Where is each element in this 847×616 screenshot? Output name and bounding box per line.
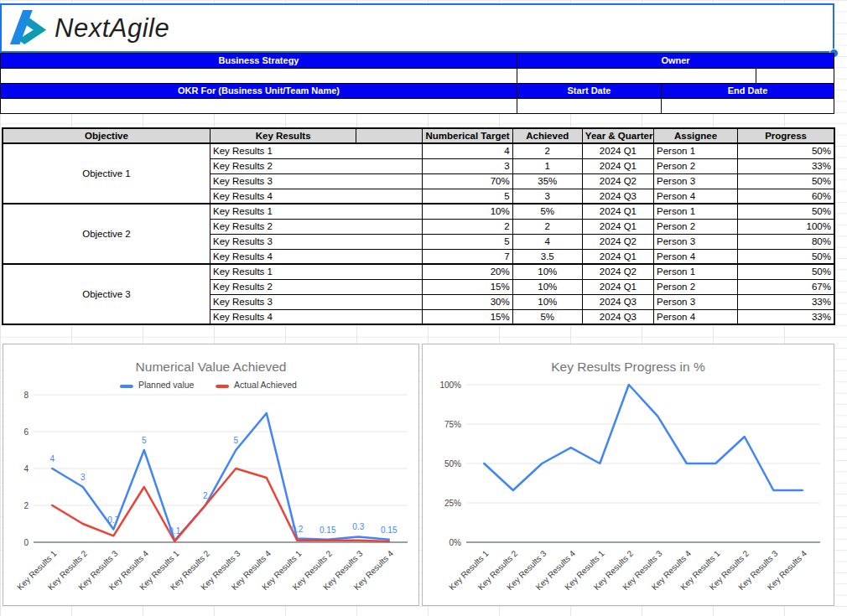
okr-col-header-key-results[interactable]: Key Results	[210, 128, 356, 143]
cell-progress[interactable]: 60%	[738, 189, 834, 204]
cell-key-result[interactable]: Key Results 3	[210, 234, 423, 249]
cell-year-quarter[interactable]: 2024 Q1	[582, 249, 653, 264]
point-label: 0.3	[352, 522, 364, 531]
cell-key-result[interactable]: Key Results 1	[210, 143, 423, 158]
cell-end-date-header[interactable]: End Date	[661, 83, 834, 99]
cell-numerical-target[interactable]: 30%	[423, 294, 512, 309]
cell-owner-header[interactable]: Owner	[517, 53, 834, 69]
cell-key-result[interactable]: Key Results 1	[210, 204, 423, 219]
cell-year-quarter[interactable]: 2024 Q1	[582, 279, 653, 294]
cell-numerical-target[interactable]: 7	[423, 249, 512, 264]
cell-progress[interactable]: 33%	[738, 158, 834, 173]
okr-col-header-achieved[interactable]: Achieved	[512, 128, 582, 143]
cell-year-quarter[interactable]: 2024 Q1	[582, 219, 653, 234]
cell-progress[interactable]: 50%	[738, 264, 834, 279]
cell-achieved[interactable]: 5%	[512, 204, 582, 219]
cell-numerical-target[interactable]: 15%	[423, 279, 512, 294]
okr-col-header-numberical-target[interactable]: Numberical Target	[423, 128, 512, 143]
cell-achieved[interactable]: 10%	[512, 264, 582, 279]
cell-key-result[interactable]: Key Results 3	[210, 294, 423, 309]
cell-owner-extra[interactable]	[756, 68, 834, 84]
cell-progress[interactable]: 100%	[738, 219, 834, 234]
cell-achieved[interactable]: 10%	[512, 294, 582, 309]
cell-numerical-target[interactable]: 15%	[423, 309, 512, 324]
cell-achieved[interactable]: 3.5	[512, 249, 582, 264]
okr-col-header-progress[interactable]: Progress	[738, 128, 834, 143]
cell-end-date-value[interactable]	[661, 98, 834, 114]
cell-business-strategy-value[interactable]	[0, 68, 517, 84]
cell-numerical-target[interactable]: 3	[423, 158, 512, 173]
cell-start-date-header[interactable]: Start Date	[517, 83, 662, 99]
cell-progress[interactable]: 33%	[738, 294, 834, 309]
cell-year-quarter[interactable]: 2024 Q2	[582, 234, 653, 249]
okr-col-header-blank[interactable]	[356, 128, 423, 143]
cell-assignee[interactable]: Person 3	[654, 294, 738, 309]
cell-progress[interactable]: 80%	[738, 234, 834, 249]
cell-year-quarter[interactable]: 2024 Q3	[582, 294, 653, 309]
okr-col-header-objective[interactable]: Objective	[3, 128, 210, 143]
cell-year-quarter[interactable]: 2024 Q2	[582, 173, 653, 189]
cell-start-date-value[interactable]	[517, 98, 662, 114]
cell-objective[interactable]: Objective 3	[3, 264, 210, 324]
cell-key-result[interactable]: Key Results 2	[210, 219, 423, 234]
cell-key-result[interactable]: Key Results 3	[210, 173, 423, 189]
cell-numerical-target[interactable]: 20%	[423, 264, 512, 279]
cell-numerical-target[interactable]: 4	[423, 143, 512, 158]
okr-col-header-year-quarter[interactable]: Year & Quarter	[582, 128, 653, 143]
okr-table: ObjectiveKey ResultsNumberical TargetAch…	[2, 127, 835, 325]
cell-assignee[interactable]: Person 4	[654, 309, 738, 324]
cell-assignee[interactable]: Person 2	[654, 219, 738, 234]
cell-progress[interactable]: 50%	[738, 143, 834, 158]
spreadsheet-canvas[interactable]: NextAgile Business Strategy Owner OKR Fo…	[0, 0, 847, 616]
cell-achieved[interactable]: 4	[512, 234, 582, 249]
cell-owner-value[interactable]	[517, 68, 756, 84]
chart-numerical-value-achieved[interactable]: Numerical Value AchievedPlanned valueAct…	[3, 344, 419, 606]
cell-assignee[interactable]: Person 4	[654, 189, 738, 204]
cell-progress[interactable]: 50%	[738, 204, 834, 219]
logo-image[interactable]: NextAgile	[0, 4, 834, 53]
cell-numerical-target[interactable]: 70%	[423, 173, 512, 189]
okr-col-header-assignee[interactable]: Assignee	[654, 128, 738, 143]
cell-year-quarter[interactable]: 2024 Q2	[582, 264, 653, 279]
cell-progress[interactable]: 67%	[738, 279, 834, 294]
cell-achieved[interactable]: 10%	[512, 279, 582, 294]
cell-key-result[interactable]: Key Results 4	[210, 249, 423, 264]
cell-year-quarter[interactable]: 2024 Q1	[582, 158, 653, 173]
cell-assignee[interactable]: Person 1	[654, 143, 738, 158]
cell-numerical-target[interactable]: 2	[423, 219, 512, 234]
cell-assignee[interactable]: Person 1	[654, 204, 738, 219]
cell-key-result[interactable]: Key Results 2	[210, 158, 423, 173]
cell-business-strategy-header[interactable]: Business Strategy	[0, 53, 517, 69]
cell-year-quarter[interactable]: 2024 Q3	[582, 309, 653, 324]
cell-progress[interactable]: 50%	[738, 173, 834, 189]
cell-year-quarter[interactable]: 2024 Q3	[582, 189, 653, 204]
chart-key-results-progress[interactable]: Key Results Progress in %0%25%50%75%100%…	[422, 344, 834, 606]
cell-okr-for-header[interactable]: OKR For (Business Unit/Team Name)	[0, 83, 517, 99]
cell-key-result[interactable]: Key Results 4	[210, 309, 423, 324]
cell-key-result[interactable]: Key Results 4	[210, 189, 423, 204]
cell-objective[interactable]: Objective 1	[3, 143, 210, 204]
cell-achieved[interactable]: 1	[512, 158, 582, 173]
cell-key-result[interactable]: Key Results 2	[210, 279, 423, 294]
cell-assignee[interactable]: Person 3	[654, 234, 738, 249]
cell-key-result[interactable]: Key Results 1	[210, 264, 423, 279]
cell-assignee[interactable]: Person 4	[654, 249, 738, 264]
cell-progress[interactable]: 33%	[738, 309, 834, 324]
cell-progress[interactable]: 50%	[738, 249, 834, 264]
cell-objective[interactable]: Objective 2	[3, 204, 210, 264]
cell-achieved[interactable]: 2	[512, 219, 582, 234]
cell-assignee[interactable]: Person 3	[654, 173, 738, 189]
cell-numerical-target[interactable]: 5	[423, 189, 512, 204]
cell-numerical-target[interactable]: 5	[423, 234, 512, 249]
cell-numerical-target[interactable]: 10%	[423, 204, 512, 219]
cell-assignee[interactable]: Person 2	[654, 158, 738, 173]
cell-assignee[interactable]: Person 1	[654, 264, 738, 279]
cell-assignee[interactable]: Person 2	[654, 279, 738, 294]
cell-okr-for-value[interactable]	[0, 98, 517, 114]
cell-achieved[interactable]: 2	[512, 143, 582, 158]
cell-year-quarter[interactable]: 2024 Q1	[582, 204, 653, 219]
cell-achieved[interactable]: 5%	[512, 309, 582, 324]
cell-achieved[interactable]: 3	[512, 189, 582, 204]
cell-achieved[interactable]: 35%	[512, 173, 582, 189]
cell-year-quarter[interactable]: 2024 Q1	[582, 143, 653, 158]
